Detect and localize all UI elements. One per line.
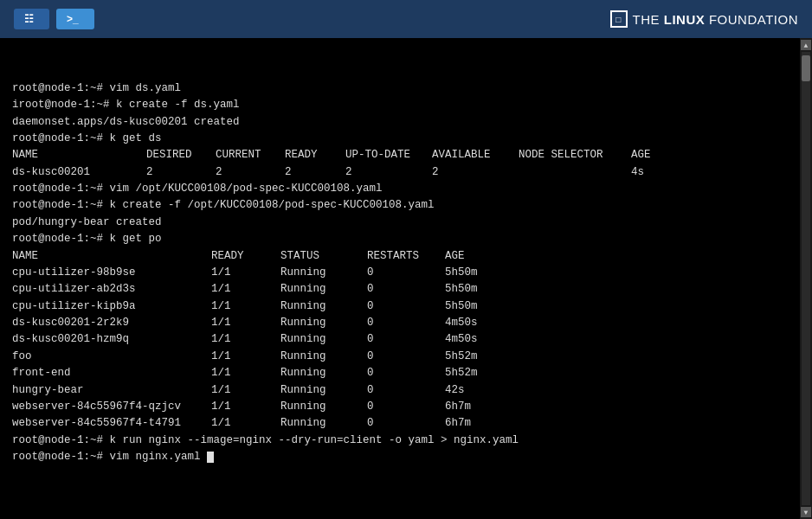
scroll-track[interactable] bbox=[802, 52, 810, 505]
terminal-line: cpu-utilizer-kipb9a1/1Running05h50m bbox=[12, 298, 788, 315]
terminal-line: cpu-utilizer-98b9se1/1Running05h50m bbox=[12, 265, 788, 281]
cursor-block bbox=[207, 452, 214, 463]
header-tabs: ☷ >_ bbox=[14, 9, 94, 29]
terminal-line: ds-kusc00201-2r2k91/1Running04m50s bbox=[12, 315, 788, 331]
terminal-content[interactable]: root@node-1:~# vim ds.yamliroot@node-1:~… bbox=[0, 38, 800, 519]
terminal-wrapper: root@node-1:~# vim ds.yamliroot@node-1:~… bbox=[0, 38, 812, 519]
scrollbar[interactable]: ▲ ▼ bbox=[800, 38, 812, 519]
terminal-line: root@node-1:~# k get po bbox=[12, 231, 788, 247]
terminal-line: NAMEDESIREDCURRENTREADYUP-TO-DATEAVAILAB… bbox=[12, 147, 788, 163]
terminal-line: root@node-1:~# vim ds.yaml bbox=[12, 80, 788, 97]
terminal-line: root@node-1:~# k run nginx --image=nginx… bbox=[12, 432, 788, 449]
terminal-line: pod/hungry-bear created bbox=[12, 215, 788, 231]
terminal-line: ds-kusc00201-hzm9q1/1Running04m50s bbox=[12, 331, 788, 348]
linux-logo-icon: □ bbox=[610, 10, 628, 28]
terminal-line: webserver-84c55967f4-qzjcv1/1Running06h7… bbox=[12, 399, 788, 415]
terminal-line: root@node-1:~# vim nginx.yaml bbox=[12, 449, 788, 465]
terminal-tab[interactable]: >_ bbox=[56, 9, 94, 29]
scroll-down-arrow[interactable]: ▼ bbox=[801, 507, 811, 517]
terminal-line: ds-kusc00201222224s bbox=[12, 164, 788, 181]
terminal-icon: >_ bbox=[67, 13, 79, 25]
foundation-logo: □ THE LINUX FOUNDATION bbox=[610, 10, 798, 28]
terminal-line: hungry-bear1/1Running042s bbox=[12, 382, 788, 399]
terminal-line: root@node-1:~# k create -f /opt/KUCC0010… bbox=[12, 197, 788, 214]
terminal-line: daemonset.apps/ds-kusc00201 created bbox=[12, 114, 788, 131]
terminal-line: webserver-84c55967f4-t47911/1Running06h7… bbox=[12, 415, 788, 432]
readme-icon: ☷ bbox=[24, 13, 34, 25]
readme-tab[interactable]: ☷ bbox=[14, 9, 49, 29]
terminal-line: front-end1/1Running05h52m bbox=[12, 365, 788, 381]
terminal-line: foo1/1Running05h52m bbox=[12, 349, 788, 365]
terminal-line: NAMEREADYSTATUSRESTARTSAGE bbox=[12, 248, 788, 265]
terminal-line: root@node-1:~# vim /opt/KUCC00108/pod-sp… bbox=[12, 181, 788, 197]
foundation-text: THE LINUX FOUNDATION bbox=[633, 12, 798, 27]
header: ☷ >_ □ THE LINUX FOUNDATION bbox=[0, 0, 812, 38]
terminal-line: iroot@node-1:~# k create -f ds.yaml bbox=[12, 97, 788, 113]
scroll-up-arrow[interactable]: ▲ bbox=[801, 40, 811, 50]
scroll-thumb[interactable] bbox=[802, 55, 810, 81]
terminal-line: root@node-1:~# k get ds bbox=[12, 131, 788, 147]
terminal-line: cpu-utilizer-ab2d3s1/1Running05h50m bbox=[12, 281, 788, 298]
